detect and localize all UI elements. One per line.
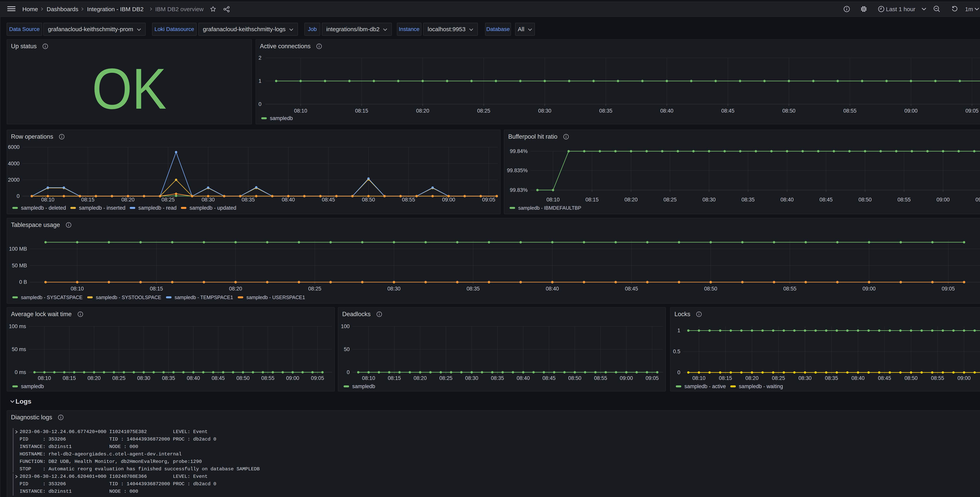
- svg-text:1: 1: [678, 328, 680, 333]
- svg-text:08:10: 08:10: [692, 375, 705, 381]
- svg-text:08:30: 08:30: [702, 197, 716, 202]
- svg-text:0: 0: [678, 370, 680, 375]
- svg-text:08:20: 08:20: [416, 108, 429, 114]
- svg-text:08:20: 08:20: [121, 197, 134, 202]
- svg-text:99.83%: 99.83%: [510, 187, 528, 193]
- svg-text:08:40: 08:40: [546, 286, 559, 292]
- svg-text:2: 2: [259, 55, 261, 61]
- svg-text:08:35: 08:35: [242, 197, 255, 202]
- svg-text:08:55: 08:55: [594, 375, 607, 381]
- svg-text:0.5: 0.5: [673, 349, 680, 354]
- svg-text:100: 100: [341, 323, 350, 329]
- svg-text:08:50: 08:50: [859, 197, 872, 202]
- svg-text:08:15: 08:15: [388, 375, 401, 381]
- svg-text:99.835%: 99.835%: [507, 167, 528, 174]
- svg-text:08:55: 08:55: [843, 108, 856, 114]
- svg-text:09:05: 09:05: [311, 375, 324, 381]
- svg-text:08:30: 08:30: [137, 375, 150, 381]
- svg-text:08:25: 08:25: [663, 197, 676, 202]
- svg-text:08:45: 08:45: [542, 375, 555, 381]
- svg-text:6000: 6000: [8, 144, 20, 150]
- svg-text:08:40: 08:40: [851, 375, 865, 381]
- svg-text:09:00: 09:00: [937, 197, 950, 202]
- svg-text:50 MB: 50 MB: [12, 263, 27, 269]
- svg-text:08:10: 08:10: [70, 286, 84, 292]
- svg-text:08:25: 08:25: [112, 375, 126, 381]
- svg-text:09:00: 09:00: [904, 108, 918, 114]
- svg-text:0 B: 0 B: [19, 279, 27, 285]
- svg-text:08:55: 08:55: [897, 197, 911, 202]
- svg-text:08:35: 08:35: [599, 108, 612, 114]
- svg-text:08:35: 08:35: [162, 375, 175, 381]
- svg-text:08:45: 08:45: [212, 375, 225, 381]
- svg-text:08:40: 08:40: [517, 375, 530, 381]
- svg-text:08:50: 08:50: [782, 108, 795, 114]
- svg-text:08:45: 08:45: [819, 197, 833, 202]
- svg-text:100 ms: 100 ms: [9, 323, 26, 329]
- svg-text:08:35: 08:35: [466, 286, 480, 292]
- svg-text:08:55: 08:55: [402, 197, 415, 202]
- svg-text:08:25: 08:25: [308, 286, 321, 292]
- svg-text:08:10: 08:10: [546, 197, 560, 202]
- svg-text:08:20: 08:20: [229, 286, 242, 292]
- svg-text:08:30: 08:30: [538, 108, 551, 114]
- svg-text:0 ms: 0 ms: [15, 369, 26, 375]
- svg-text:09:00: 09:00: [862, 286, 875, 292]
- svg-text:08:55: 08:55: [931, 375, 944, 381]
- svg-text:100 MB: 100 MB: [9, 246, 27, 252]
- svg-text:09:00: 09:00: [958, 375, 970, 381]
- svg-text:0: 0: [259, 101, 261, 107]
- svg-text:08:20: 08:20: [88, 375, 100, 381]
- svg-text:0: 0: [347, 369, 350, 375]
- svg-text:08:20: 08:20: [745, 375, 759, 381]
- svg-text:08:50: 08:50: [704, 286, 717, 292]
- svg-text:08:40: 08:40: [282, 197, 295, 202]
- svg-text:09:05: 09:05: [975, 197, 980, 202]
- svg-text:0: 0: [17, 193, 20, 199]
- svg-text:09:05: 09:05: [942, 286, 955, 292]
- svg-text:08:40: 08:40: [781, 197, 794, 202]
- svg-text:09:00: 09:00: [442, 197, 455, 202]
- svg-text:08:50: 08:50: [362, 197, 375, 202]
- svg-text:08:40: 08:40: [187, 375, 200, 381]
- svg-text:2000: 2000: [8, 177, 20, 183]
- svg-text:08:40: 08:40: [660, 108, 673, 114]
- svg-text:08:35: 08:35: [491, 375, 504, 381]
- svg-text:09:05: 09:05: [966, 108, 978, 114]
- svg-text:09:05: 09:05: [646, 375, 659, 381]
- svg-text:09:05: 09:05: [482, 197, 495, 202]
- svg-text:08:45: 08:45: [878, 375, 891, 381]
- svg-text:08:50: 08:50: [905, 375, 918, 381]
- svg-text:08:25: 08:25: [477, 108, 490, 114]
- svg-text:08:15: 08:15: [719, 375, 732, 381]
- svg-text:08:50: 08:50: [568, 375, 581, 381]
- svg-text:50: 50: [344, 346, 350, 352]
- svg-text:08:15: 08:15: [63, 375, 76, 381]
- svg-text:99.84%: 99.84%: [510, 148, 528, 154]
- svg-text:08:10: 08:10: [41, 197, 54, 202]
- svg-text:1: 1: [259, 78, 261, 84]
- svg-text:08:15: 08:15: [585, 197, 598, 202]
- svg-text:4000: 4000: [8, 161, 20, 167]
- svg-text:50 ms: 50 ms: [12, 346, 26, 352]
- svg-text:08:30: 08:30: [799, 375, 811, 381]
- svg-text:08:25: 08:25: [772, 375, 785, 381]
- svg-text:08:45: 08:45: [721, 108, 734, 114]
- svg-text:08:55: 08:55: [783, 286, 796, 292]
- svg-text:08:25: 08:25: [439, 375, 452, 381]
- svg-text:08:35: 08:35: [825, 375, 838, 381]
- svg-text:08:30: 08:30: [465, 375, 478, 381]
- svg-text:08:20: 08:20: [624, 197, 638, 202]
- svg-text:08:10: 08:10: [362, 375, 375, 381]
- svg-text:08:55: 08:55: [261, 375, 274, 381]
- svg-text:08:15: 08:15: [355, 108, 368, 114]
- svg-text:08:30: 08:30: [202, 197, 215, 202]
- svg-text:08:10: 08:10: [38, 375, 51, 381]
- svg-text:08:15: 08:15: [150, 286, 163, 292]
- svg-text:08:35: 08:35: [741, 197, 755, 202]
- svg-text:08:30: 08:30: [387, 286, 401, 292]
- svg-text:08:45: 08:45: [322, 197, 335, 202]
- svg-text:09:00: 09:00: [286, 375, 299, 381]
- svg-text:08:20: 08:20: [414, 375, 427, 381]
- svg-text:09:00: 09:00: [620, 375, 633, 381]
